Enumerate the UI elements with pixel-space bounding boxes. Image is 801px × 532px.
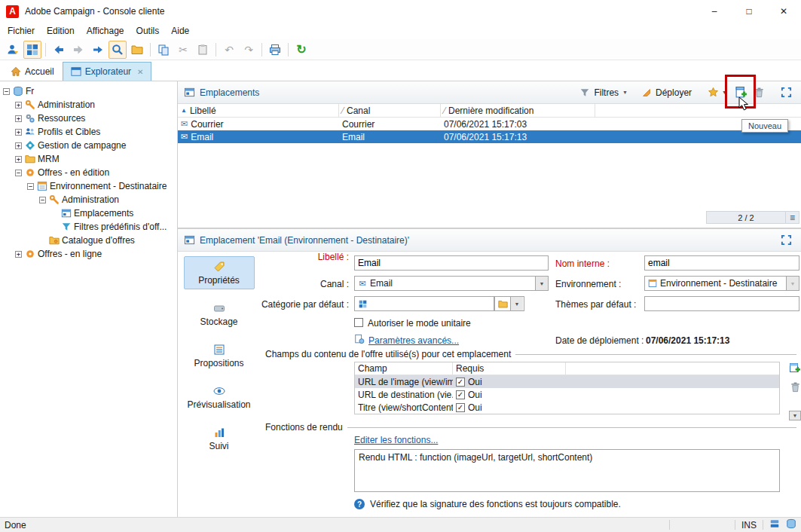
render-functions-box[interactable]: Rendu HTML : function (imageUrl, targetU… (354, 449, 780, 492)
requis-checkbox[interactable]: ✓ (456, 378, 465, 387)
fullscreen-button[interactable] (777, 84, 795, 102)
content-area: Emplacements Filtres ▼ Déployer ▼ (178, 81, 801, 517)
environnement-select[interactable]: Environnement - Destinataire ▼ (644, 276, 799, 291)
actions-menu-button[interactable] (704, 84, 722, 102)
tree-item-offres-en-edition[interactable]: − Offres - en édition (0, 166, 177, 179)
tab-stockage[interactable]: Stockage (184, 298, 255, 331)
tab-previsualisation[interactable]: Prévisualisation (184, 381, 255, 414)
column-header-modification[interactable]: ⁄ Dernière modification (441, 104, 595, 117)
expand-icon[interactable]: + (15, 102, 22, 109)
expand-icon[interactable]: + (15, 156, 22, 163)
delete-button[interactable] (750, 84, 768, 102)
field-options-button[interactable]: ▼ (789, 411, 801, 420)
table-row-courrier[interactable]: ✉ Courrier Courrier 07/06/2021 15:17:03 (178, 118, 801, 130)
deploy-button[interactable]: Déployer (637, 85, 696, 100)
column-header-canal[interactable]: ⁄ Canal (339, 104, 441, 117)
menu-item-aide[interactable]: Aide (165, 24, 195, 38)
menu-item-affichage[interactable]: Affichage (81, 24, 130, 38)
tree-item-administration[interactable]: + Administration (0, 98, 177, 112)
forward-button[interactable] (69, 41, 87, 59)
print-button[interactable] (266, 41, 284, 59)
nom-interne-input[interactable] (644, 255, 799, 271)
categorie-dropdown-button[interactable]: ▼ (510, 297, 523, 310)
explorer-grid-icon (26, 44, 38, 56)
filters-button[interactable]: Filtres ▼ (575, 85, 632, 100)
advanced-params-link[interactable]: Paramètres avancés... (368, 335, 459, 346)
tree-item-profils-et-cibles[interactable]: + Profils et Cibles (0, 125, 177, 139)
column-header-champ[interactable]: Champ (355, 362, 453, 375)
tree-item-catalogue-offres[interactable]: Catalogue d'offres (0, 234, 177, 247)
table-row-email-selected[interactable]: ✉ Email Email 07/06/2021 15:17:13 (178, 130, 801, 143)
explorer-button[interactable] (23, 41, 41, 59)
collapse-icon[interactable]: − (3, 88, 10, 95)
menu-item-edition[interactable]: Edition (41, 24, 81, 38)
new-button[interactable]: Nouveau (732, 84, 750, 102)
column-header-libelle[interactable]: ▲ Libellé (178, 104, 339, 117)
tab-propositions[interactable]: Propositions (184, 339, 255, 372)
close-button[interactable]: ✕ (766, 0, 801, 23)
search-icon (112, 44, 124, 56)
themes-input[interactable] (644, 296, 799, 311)
collapse-icon[interactable]: − (15, 170, 22, 176)
expand-icon[interactable]: + (15, 251, 22, 258)
menu-item-outils[interactable]: Outils (130, 24, 166, 38)
tab-close-icon[interactable]: ✕ (137, 68, 143, 76)
tree-item-gestion-de-campagne[interactable]: + Gestion de campagne (0, 139, 177, 152)
tab-proprietes[interactable]: Propriétés (184, 256, 255, 289)
tab-suivi[interactable]: Suivi (184, 422, 255, 455)
canal-dropdown-button[interactable]: ▼ (535, 277, 548, 290)
column-header-requis[interactable]: Requis (453, 362, 566, 375)
paste-button[interactable] (194, 41, 212, 59)
ins-mode-indicator: INS (741, 520, 757, 530)
expand-icon[interactable]: + (15, 129, 22, 136)
undo-icon: ↶ (225, 44, 234, 55)
collapse-icon[interactable]: − (39, 197, 46, 203)
tree-item-mrm[interactable]: + MRM (0, 152, 177, 166)
menu-item-fichier[interactable]: Fichier (2, 24, 41, 38)
tree-item-offres-en-ligne[interactable]: + Offres - en ligne (0, 247, 177, 261)
search-button[interactable] (109, 41, 127, 59)
fullscreen-button[interactable] (777, 231, 795, 249)
mode-unitaire-checkbox[interactable] (354, 318, 363, 327)
tree-item-administration-sub[interactable]: − Administration (0, 193, 177, 206)
tree-item-filtres-predefinis[interactable]: Filtres prédéfinis d'off... (0, 220, 177, 234)
tab-explorateur[interactable]: Explorateur ✕ (63, 62, 152, 81)
mail-icon: ✉ (181, 119, 188, 129)
copy-button[interactable] (154, 41, 173, 59)
redo-button[interactable]: ↷ (240, 41, 258, 59)
categorie-input[interactable] (354, 296, 494, 311)
requis-checkbox[interactable]: ✓ (456, 390, 465, 399)
undo-button[interactable]: ↶ (220, 41, 238, 59)
goto-parent-button[interactable] (89, 41, 107, 59)
champs-row-titre[interactable]: Titre (view/shortContent) ✓Oui (355, 401, 779, 414)
canal-label: Canal : (260, 279, 349, 289)
add-field-button[interactable] (789, 362, 801, 376)
refresh-button[interactable]: ↻ (292, 41, 310, 59)
libelle-input[interactable] (354, 255, 549, 271)
open-folder-button[interactable] (128, 41, 146, 59)
expand-icon[interactable]: + (15, 142, 22, 149)
tree-item-fr[interactable]: − Fr (0, 84, 177, 98)
collapse-icon[interactable]: − (27, 183, 34, 190)
champs-row-url-image[interactable]: URL de l'image (view/ima... ✓Oui (355, 375, 779, 388)
canal-select[interactable]: ✉ Email ▼ (354, 276, 549, 291)
edit-functions-link[interactable]: Editer les fonctions... (354, 435, 438, 445)
fullscreen-icon (781, 87, 792, 98)
tree-item-environnement-destinataire[interactable]: − Environnement - Destinataire (0, 179, 177, 193)
chevron-down-icon[interactable]: ▼ (722, 90, 727, 95)
cut-icon: ✂ (179, 44, 188, 55)
expand-icon[interactable]: + (15, 115, 22, 122)
minimize-button[interactable]: – (697, 0, 732, 23)
tree-item-ressources[interactable]: + Ressources (0, 112, 177, 125)
maximize-button[interactable]: □ (732, 0, 766, 23)
cut-button[interactable]: ✂ (174, 41, 192, 59)
delete-field-button[interactable] (790, 381, 801, 395)
tab-accueil[interactable]: Accueil (2, 62, 63, 81)
champs-row-url-destination[interactable]: URL de destination (vie... ✓Oui (355, 388, 779, 401)
categorie-browse-button[interactable]: ▼ (494, 296, 524, 311)
requis-checkbox[interactable]: ✓ (456, 403, 465, 412)
connect-user-button[interactable] (4, 41, 22, 59)
back-button[interactable] (50, 41, 68, 59)
list-menu-icon[interactable]: ≡ (786, 211, 799, 224)
tree-item-emplacements[interactable]: Emplacements (0, 206, 177, 220)
